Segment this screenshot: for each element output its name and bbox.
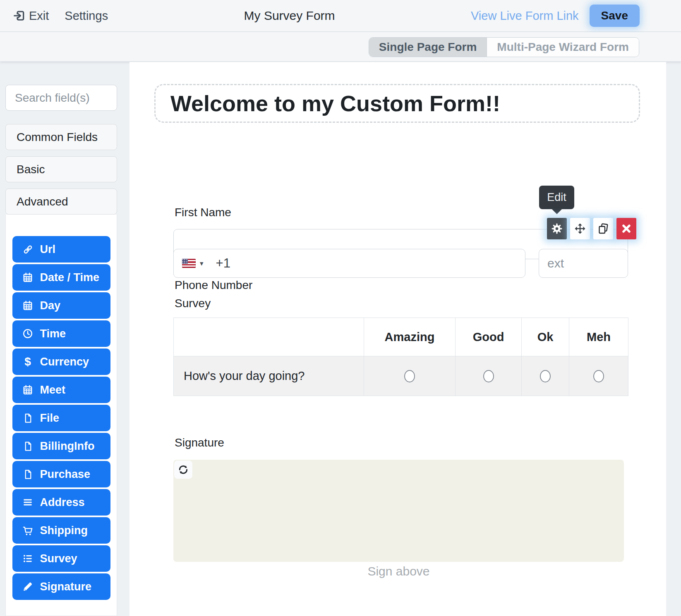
survey-column-meh: Meh (569, 318, 628, 356)
refresh-icon (177, 464, 189, 475)
field-button-file[interactable]: File (12, 405, 110, 431)
field-button-date-time[interactable]: Date / Time (12, 264, 110, 291)
cart-icon (22, 525, 34, 536)
radio-ok[interactable] (540, 370, 551, 382)
move-icon (574, 222, 586, 235)
file-icon (22, 413, 34, 424)
page-mode-toggle-group: Single Page Form Multi-Page Wizard Form (369, 37, 639, 57)
us-flag-icon (182, 259, 196, 268)
calendar-icon (22, 272, 34, 283)
bars-icon (22, 497, 34, 508)
field-button-time[interactable]: Time (12, 320, 110, 347)
survey-column-amazing: Amazing (364, 318, 456, 356)
field-button-day[interactable]: Day (12, 292, 110, 319)
exit-button[interactable]: Exit (12, 9, 49, 23)
edit-field-button[interactable] (547, 218, 567, 239)
field-button-shipping[interactable]: Shipping (12, 517, 110, 544)
phone-label: Phone Number (175, 279, 252, 292)
search-input[interactable] (5, 85, 117, 111)
survey-question-row: How's your day going? (174, 356, 628, 396)
field-button-meet[interactable]: Meet (12, 377, 110, 403)
view-live-form-link[interactable]: View Live Form Link (471, 9, 579, 23)
radio-amazing[interactable] (404, 370, 415, 382)
close-icon (621, 223, 632, 234)
clock-icon (22, 328, 34, 339)
form-builder-app: Exit Settings My Survey Form View Live F… (0, 0, 681, 616)
signature-label: Signature (175, 436, 224, 449)
sign-above-hint: Sign above (173, 564, 624, 578)
file-icon (22, 469, 34, 480)
dollar-icon: $ (22, 356, 34, 368)
signature-pad[interactable] (173, 460, 624, 562)
page-title: My Survey Form (108, 9, 471, 23)
radio-meh[interactable] (593, 370, 604, 382)
save-button[interactable]: Save (590, 5, 640, 27)
survey-column-ok: Ok (522, 318, 569, 356)
pencil-icon (22, 581, 34, 592)
radio-good[interactable] (483, 370, 494, 382)
chevron-down-icon: ▾ (200, 259, 204, 268)
exit-icon (12, 9, 26, 22)
calendar-icon (22, 300, 34, 311)
survey-header-row: Amazing Good Ok Meh (174, 318, 628, 356)
phone-input[interactable]: ▾ +1 (173, 249, 525, 278)
advanced-fields-panel: Url Date / Time (5, 215, 117, 616)
copy-field-button[interactable] (593, 218, 613, 239)
field-button-purchase[interactable]: Purchase (12, 461, 110, 487)
country-flag-dropdown[interactable]: ▾ (182, 259, 204, 268)
gear-icon (551, 222, 563, 235)
field-action-toolbar (547, 218, 636, 239)
copy-icon (597, 222, 609, 235)
form-title-editable[interactable]: Welcome to my Custom Form!! (154, 84, 640, 123)
field-button-currency[interactable]: $ Currency (12, 349, 110, 375)
top-bar-left: Exit Settings (12, 9, 108, 23)
field-sidebar: Common Fields Basic Advanced Url (5, 62, 122, 616)
dial-code-value: +1 (216, 256, 230, 271)
multi-page-wizard-form-tab[interactable]: Multi-Page Wizard Form (487, 38, 639, 57)
field-button-url[interactable]: Url (12, 236, 110, 263)
calendar-icon (22, 384, 34, 396)
top-bar-right: View Live Form Link Save (471, 5, 640, 27)
form-canvas: Welcome to my Custom Form!! First Name E… (129, 62, 666, 616)
survey-corner-cell (174, 318, 364, 356)
list-icon (22, 553, 34, 564)
top-bar: Exit Settings My Survey Form View Live F… (0, 0, 681, 32)
survey-question: How's your day going? (174, 356, 364, 396)
field-button-signature[interactable]: Signature (12, 573, 110, 600)
sidebar-section-advanced[interactable]: Advanced (5, 189, 117, 215)
sidebar-section-common-fields[interactable]: Common Fields (5, 124, 117, 150)
field-button-billinginfo[interactable]: BillingInfo (12, 433, 110, 459)
exit-label: Exit (29, 9, 49, 23)
single-page-form-tab[interactable]: Single Page Form (369, 38, 487, 57)
sidebar-section-basic[interactable]: Basic (5, 156, 117, 182)
survey-column-good: Good (456, 318, 522, 356)
link-icon (22, 244, 34, 255)
edit-tooltip: Edit (539, 186, 574, 209)
mode-toggle-bar: Single Page Form Multi-Page Wizard Form (0, 32, 681, 62)
settings-button[interactable]: Settings (65, 9, 108, 23)
signature-clear-button[interactable] (174, 461, 192, 479)
first-name-label: First Name (175, 206, 231, 219)
delete-field-button[interactable] (616, 218, 636, 239)
survey-table: Amazing Good Ok Meh How's your day going… (173, 318, 628, 396)
move-field-button[interactable] (570, 218, 590, 239)
field-button-address[interactable]: Address (12, 489, 110, 516)
survey-label: Survey (175, 297, 211, 310)
field-button-survey[interactable]: Survey (12, 545, 110, 572)
file-icon (22, 441, 34, 452)
phone-ext-input[interactable] (539, 249, 628, 278)
